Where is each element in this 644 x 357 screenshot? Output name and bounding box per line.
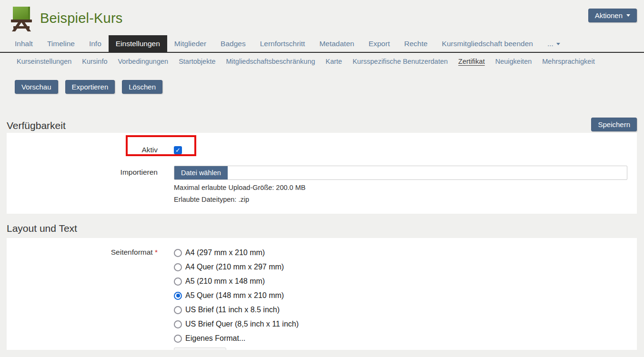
radio-button-selected[interactable] <box>174 292 182 300</box>
page-format-option-us-brief-11-inch-x-8-5-inch[interactable]: US Brief (11 inch x 8.5 inch) <box>174 303 299 317</box>
radio-button[interactable] <box>174 335 182 343</box>
file-upload-input[interactable]: Datei wählen <box>174 166 627 180</box>
subnav-item-kursspezifische-benutzerdaten[interactable]: Kursspezifische Benutzerdaten <box>347 58 453 65</box>
vorschau-button-label: Vorschau <box>21 83 51 91</box>
subnav-item-mitgliedschaftsbeschr-nkung[interactable]: Mitgliedschaftsbeschränkung <box>221 58 321 65</box>
page-format-option-a4-297-mm-x-210-mm[interactable]: A4 (297 mm x 210 mm) <box>174 246 299 260</box>
radio-option-label: US Brief (11 inch x 8.5 inch) <box>185 306 280 314</box>
radio-option-label: Eigenes Format... <box>185 334 245 343</box>
vorschau-button[interactable]: Vorschau <box>15 80 58 94</box>
import-label: Importieren <box>7 166 167 179</box>
page-format-label-text: Seitenformat <box>111 248 153 256</box>
active-checkbox[interactable]: ✓ <box>174 146 182 154</box>
l-schen-button-label: Löschen <box>129 83 156 91</box>
layout-section-head: Layout und Text <box>7 223 637 234</box>
save-button[interactable]: Speichern <box>591 118 637 131</box>
subnav-item-kurseinstellungen[interactable]: Kurseinstellungen <box>11 58 77 65</box>
tab-export[interactable]: Export <box>362 36 397 52</box>
required-marker: * <box>155 248 158 256</box>
page-format-radio-group: A4 (297 mm x 210 mm)A4 Quer (210 mm x 29… <box>174 246 299 346</box>
radio-option-label: A5 Quer (148 mm x 210 mm) <box>185 291 284 300</box>
availability-section-title: Verfügbarkeit <box>7 120 66 131</box>
tab-more-label: ... <box>547 40 553 48</box>
tab-mitglieder[interactable]: Mitglieder <box>167 36 213 52</box>
tab-timeline[interactable]: Timeline <box>40 36 82 52</box>
tab-info[interactable]: Info <box>82 36 109 52</box>
subnav-item-startobjekte[interactable]: Startobjekte <box>173 58 221 65</box>
tab-badges[interactable]: Badges <box>213 36 253 52</box>
subnav-item-mehrsprachigkeit[interactable]: Mehrsprachigkeit <box>537 58 600 65</box>
radio-button[interactable] <box>174 306 182 314</box>
radio-option-label: A5 (210 mm x 148 mm) <box>185 277 265 286</box>
save-button-label: Speichern <box>598 120 630 129</box>
page-format-option-us-brief-quer-8-5-inch-x-11-inch[interactable]: US Brief Quer (8,5 inch x 11 inch) <box>174 317 299 331</box>
subnav-item-vorbedingungen[interactable]: Vorbedingungen <box>112 58 173 65</box>
tab-lernfortschritt[interactable]: Lernfortschritt <box>253 36 312 52</box>
upload-size-hint: Maximal erlaubte Upload-Größe: 200.0 MB <box>174 183 627 192</box>
page-format-row: Seitenformat * A4 (297 mm x 210 mm)A4 Qu… <box>7 246 637 350</box>
availability-panel: Aktiv ✓ Importieren Datei wählen Maximal… <box>7 133 637 214</box>
import-row: Importieren Datei wählen Maximal erlaubt… <box>7 166 637 204</box>
page-format-option-eigenes-format[interactable]: Eigenes Format... <box>174 331 299 346</box>
page-format-option-a4-quer-210-mm-x-297-mm[interactable]: A4 Quer (210 mm x 297 mm) <box>174 260 299 274</box>
settings-subnav: KurseinstellungenKursinfoVorbedingungenS… <box>0 53 644 69</box>
subnav-item-kursinfo[interactable]: Kursinfo <box>77 58 112 65</box>
availability-section-head: Verfügbarkeit Speichern <box>7 118 637 131</box>
chevron-down-icon <box>556 43 560 45</box>
page-format-label: Seitenformat * <box>7 246 167 259</box>
tab-rechte[interactable]: Rechte <box>397 36 434 52</box>
course-header: Beispiel-Kurs Aktionen <box>0 0 644 36</box>
page-format-option-a5-210-mm-x-148-mm[interactable]: A5 (210 mm x 148 mm) <box>174 274 299 288</box>
filetype-hint: Erlaubte Dateitypen: .zip <box>174 195 627 204</box>
actions-button-label: Aktionen <box>595 11 623 20</box>
file-value <box>228 166 627 179</box>
tab-metadaten[interactable]: Metadaten <box>312 36 361 52</box>
actions-button[interactable]: Aktionen <box>588 9 637 22</box>
radio-button[interactable] <box>174 320 182 328</box>
radio-button[interactable] <box>174 278 182 286</box>
course-tabbar: InhaltTimelineInfoEinstellungenMitgliede… <box>0 36 644 53</box>
l-schen-button[interactable]: Löschen <box>122 80 162 94</box>
subnav-item-karte[interactable]: Karte <box>321 58 348 65</box>
certificate-toolbar: VorschauExportierenLöschen <box>15 80 644 94</box>
active-row: Aktiv ✓ <box>7 143 637 157</box>
tab-inhalt[interactable]: Inhalt <box>8 36 40 52</box>
tab-kursmitgliedschaft-beenden[interactable]: Kursmitgliedschaft beenden <box>435 36 540 52</box>
tab-einstellungen[interactable]: Einstellungen <box>109 35 167 52</box>
page-format-option-a5-quer-148-mm-x-210-mm[interactable]: A5 Quer (148 mm x 210 mm) <box>174 288 299 303</box>
next-form-element-cutoff[interactable] <box>174 347 226 350</box>
radio-option-label: A4 (297 mm x 210 mm) <box>185 248 265 257</box>
exportieren-button-label: Exportieren <box>72 83 109 91</box>
subnav-item-neuigkeiten[interactable]: Neuigkeiten <box>490 58 537 65</box>
radio-button[interactable] <box>174 263 182 271</box>
exportieren-button[interactable]: Exportieren <box>65 80 115 94</box>
radio-option-label: A4 Quer (210 mm x 297 mm) <box>185 263 284 271</box>
layout-section-title: Layout und Text <box>7 223 77 234</box>
subnav-item-zertifikat[interactable]: Zertifikat <box>453 58 490 65</box>
course-easel-icon <box>10 6 35 31</box>
radio-button[interactable] <box>174 249 182 257</box>
page-title: Beispiel-Kurs <box>40 10 122 26</box>
choose-file-button[interactable]: Datei wählen <box>174 166 228 179</box>
tab-more-menu[interactable]: ... <box>540 36 567 52</box>
active-label: Aktiv <box>7 143 167 157</box>
chevron-down-icon <box>626 14 630 17</box>
layout-panel: Seitenformat * A4 (297 mm x 210 mm)A4 Qu… <box>7 238 637 350</box>
radio-option-label: US Brief Quer (8,5 inch x 11 inch) <box>185 320 299 328</box>
